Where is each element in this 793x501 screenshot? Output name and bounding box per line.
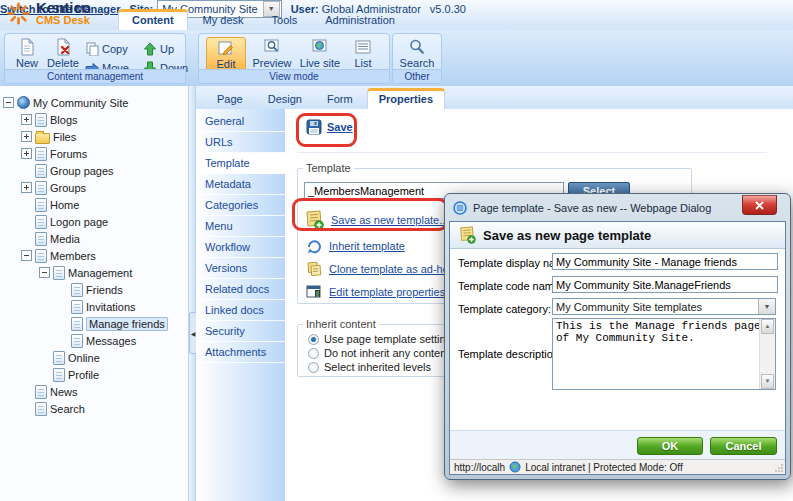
code-name-input[interactable] xyxy=(552,276,778,293)
content-tree: My Community Site Blogs Files Forums Gro… xyxy=(0,86,188,501)
tree-item-group-pages[interactable]: Group pages xyxy=(0,162,188,179)
scroll-up-icon[interactable]: ▲ xyxy=(761,319,774,334)
edit-mode-button[interactable]: Edit xyxy=(206,37,246,72)
menu-item-urls[interactable]: URLs xyxy=(196,132,285,153)
new-page-icon xyxy=(18,38,36,56)
radio-icon[interactable] xyxy=(308,348,319,359)
textarea-scrollbar[interactable]: ▲ ▼ xyxy=(759,319,775,389)
live-site-mode-button[interactable]: Live site xyxy=(297,37,343,69)
tree-item-blogs[interactable]: Blogs xyxy=(0,111,188,128)
expand-icon[interactable] xyxy=(21,131,32,142)
display-name-input[interactable] xyxy=(552,253,778,270)
menu-item-attachments[interactable]: Attachments xyxy=(196,342,285,363)
menu-item-security[interactable]: Security xyxy=(196,321,285,342)
expand-icon[interactable] xyxy=(21,182,32,193)
list-button-label: List xyxy=(346,57,380,69)
category-select[interactable]: My Community Site templates ▼ xyxy=(552,298,776,315)
menu-item-general[interactable]: General xyxy=(196,111,285,132)
tree-item-groups[interactable]: Groups xyxy=(0,179,188,196)
preview-mode-button[interactable]: Preview xyxy=(249,37,295,69)
resize-grip[interactable] xyxy=(774,463,784,473)
clone-template-icon xyxy=(306,261,322,277)
tree-item-manage-friends[interactable]: Manage friends xyxy=(0,315,188,332)
menu-item-linked-docs[interactable]: Linked docs xyxy=(196,300,285,321)
tab-properties[interactable]: Properties xyxy=(367,88,445,109)
tree-item-label: Profile xyxy=(68,369,99,381)
tree-item-invitations[interactable]: Invitations xyxy=(0,298,188,315)
description-textarea-wrap: This is the Manage friends page of My Co… xyxy=(552,318,776,390)
tree-item-friends[interactable]: Friends xyxy=(0,281,188,298)
annotation-save-highlight xyxy=(296,113,357,147)
tree-item-forums[interactable]: Forums xyxy=(0,145,188,162)
close-button[interactable] xyxy=(742,195,777,215)
menu-item-related-docs[interactable]: Related docs xyxy=(196,279,285,300)
up-button[interactable]: Up xyxy=(143,42,174,56)
tree-item-media[interactable]: Media xyxy=(0,230,188,247)
tree-item-profile[interactable]: Profile xyxy=(0,366,188,383)
tree-item-label: Search xyxy=(50,403,85,415)
collapse-icon[interactable] xyxy=(21,250,32,261)
menu-item-workflow[interactable]: Workflow xyxy=(196,237,285,258)
edit-template-properties-link[interactable]: Edit template properties xyxy=(306,284,445,300)
menu-item-versions[interactable]: Versions xyxy=(196,258,285,279)
tree-splitter[interactable] xyxy=(188,86,196,501)
page-icon xyxy=(71,334,83,348)
annotation-save-as-new-highlight xyxy=(292,198,448,231)
radio-label: Use page template settings xyxy=(324,333,457,345)
tree-item-logon-page[interactable]: Logon page xyxy=(0,213,188,230)
group-view-mode: Edit Preview Live site List View mode xyxy=(198,33,390,84)
chevron-down-icon[interactable]: ▼ xyxy=(758,299,775,314)
collapse-icon[interactable] xyxy=(3,97,14,108)
tab-my-desk[interactable]: My desk xyxy=(190,10,257,30)
tree-item-members[interactable]: Members xyxy=(0,247,188,264)
menu-item-menu[interactable]: Menu xyxy=(196,216,285,237)
cancel-button[interactable]: Cancel xyxy=(710,437,777,455)
menu-item-categories[interactable]: Categories xyxy=(196,195,285,216)
radio-do-not-inherit[interactable]: Do not inherit any content xyxy=(308,347,449,359)
tree-item-label: Manage friends xyxy=(86,317,168,331)
tree-item-messages[interactable]: Messages xyxy=(0,332,188,349)
tree-item-news[interactable]: News xyxy=(0,383,188,400)
copy-button[interactable]: Copy xyxy=(85,42,128,56)
tree-item-home[interactable]: Home xyxy=(0,196,188,213)
tab-design[interactable]: Design xyxy=(257,89,313,109)
live-site-globe-icon xyxy=(311,38,329,56)
radio-icon[interactable] xyxy=(308,334,319,345)
ok-button[interactable]: OK xyxy=(637,437,703,455)
tree-item-label: Management xyxy=(68,267,132,279)
menu-item-template[interactable]: Template xyxy=(196,153,285,174)
tab-administration[interactable]: Administration xyxy=(312,10,408,30)
list-mode-button[interactable]: List xyxy=(346,37,380,69)
inherit-template-link[interactable]: Inherit template xyxy=(306,238,405,254)
tree-item-online[interactable]: Online xyxy=(0,349,188,366)
tab-form[interactable]: Form xyxy=(316,89,364,109)
tab-tools[interactable]: Tools xyxy=(259,10,311,30)
tree-item-files[interactable]: Files xyxy=(0,128,188,145)
collapse-icon[interactable] xyxy=(39,267,50,278)
tree-item-management[interactable]: Management xyxy=(0,264,188,281)
radio-icon[interactable] xyxy=(308,362,319,373)
clone-template-link[interactable]: Clone template as ad-hoc xyxy=(306,261,454,277)
inherit-template-label: Inherit template xyxy=(329,240,405,252)
live-site-button-label: Live site xyxy=(297,57,343,69)
tab-content[interactable]: Content xyxy=(118,9,188,30)
tree-item-label: Forums xyxy=(50,148,87,160)
menu-item-metadata[interactable]: Metadata xyxy=(196,174,285,195)
scroll-down-icon[interactable]: ▼ xyxy=(761,374,774,389)
status-url: http://localh xyxy=(454,462,505,473)
radio-use-page-template-settings[interactable]: Use page template settings xyxy=(308,333,457,345)
description-textarea[interactable]: This is the Manage friends page of My Co… xyxy=(553,319,764,389)
radio-label: Select inherited levels xyxy=(324,361,431,373)
tree-item-search[interactable]: Search xyxy=(0,400,188,417)
tab-page[interactable]: Page xyxy=(206,89,254,109)
expand-icon[interactable] xyxy=(21,114,32,125)
tree-item-root[interactable]: My Community Site xyxy=(0,94,188,111)
dialog-status-bar: http://localh Local intranet | Protected… xyxy=(450,459,785,474)
dialog-title-bar[interactable]: Page template - Save as new -- Webpage D… xyxy=(453,194,740,221)
delete-button[interactable]: Delete xyxy=(45,37,81,69)
search-button[interactable]: Search xyxy=(396,37,438,69)
expand-icon[interactable] xyxy=(21,148,32,159)
radio-select-inherited-levels[interactable]: Select inherited levels xyxy=(308,361,431,373)
delete-page-icon xyxy=(54,38,72,56)
new-button[interactable]: New xyxy=(9,37,45,69)
